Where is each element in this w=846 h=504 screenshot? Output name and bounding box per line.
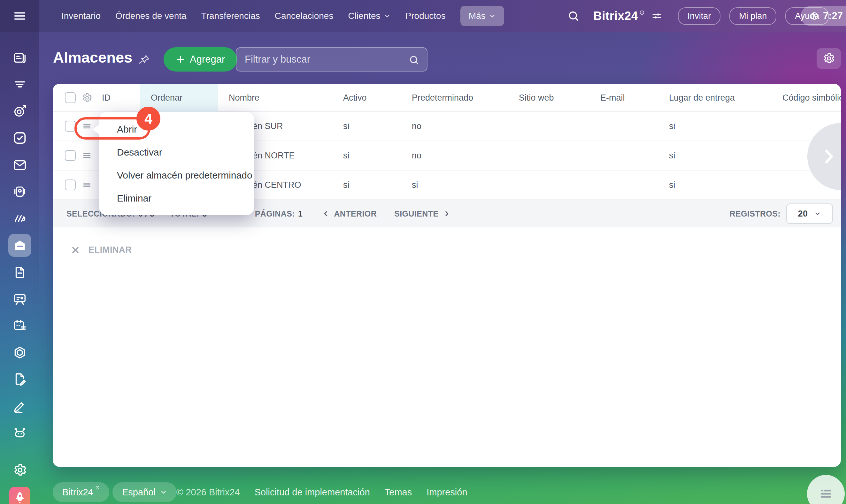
signature-pen-icon bbox=[13, 399, 27, 414]
pin-icon[interactable] bbox=[138, 53, 151, 67]
records-per-page: REGISTROS: 20 bbox=[730, 203, 833, 224]
column-header-lugar-de-entrega[interactable]: Lugar de entrega bbox=[658, 93, 772, 103]
footer-link-temas[interactable]: Temas bbox=[385, 487, 412, 498]
column-header-e-mail[interactable]: E-mail bbox=[590, 93, 658, 103]
records-per-page-select[interactable]: 20 bbox=[786, 203, 833, 224]
copyright-text: © 2026 Bitrix24 bbox=[176, 487, 240, 498]
sidebar-item-sign-document[interactable] bbox=[0, 367, 39, 391]
nav-item-label: Más bbox=[469, 11, 486, 21]
page-settings-button[interactable] bbox=[816, 48, 841, 69]
row-menu-icon[interactable] bbox=[82, 180, 92, 190]
sidebar-item-booking-calendar[interactable] bbox=[0, 314, 39, 337]
sidebar-item-tasks[interactable] bbox=[0, 126, 39, 149]
sidebar-item-document[interactable] bbox=[0, 261, 39, 284]
nav-item-label: Transferencias bbox=[201, 11, 260, 21]
footer-link-solicitud-de-implementacion[interactable]: Solicitud de implementación bbox=[255, 487, 370, 498]
nav-item-cancelaciones[interactable]: Cancelaciones bbox=[275, 11, 334, 21]
row-checkbox[interactable] bbox=[65, 121, 76, 131]
hamburger-menu-icon bbox=[13, 8, 27, 23]
clock-widget[interactable]: 7:27 PM bbox=[800, 6, 846, 26]
invitar-button[interactable]: Invitar bbox=[678, 7, 721, 25]
menu-item-desactivar[interactable]: Desactivar bbox=[99, 141, 254, 164]
column-header-activo[interactable]: Activo bbox=[332, 93, 401, 103]
warehouse-icon bbox=[13, 238, 27, 252]
chevron-down-icon bbox=[384, 13, 391, 19]
footer-link-impresion[interactable]: Impresión bbox=[427, 487, 467, 498]
nav-item-inventario[interactable]: Inventario bbox=[61, 11, 101, 21]
nav-item-label: Productos bbox=[406, 11, 446, 21]
nav-item-label: Cancelaciones bbox=[275, 11, 334, 21]
sidebar-item-crm-funnel[interactable] bbox=[0, 73, 39, 96]
sidebar-toggle[interactable] bbox=[0, 0, 39, 32]
column-header-codigo-simbolico[interactable]: Código simbólico bbox=[772, 93, 841, 103]
column-header-nombre[interactable]: Nombre bbox=[218, 93, 332, 103]
nav-item-ordenes-de-venta[interactable]: Órdenes de venta bbox=[115, 11, 186, 21]
select-all-checkbox[interactable] bbox=[65, 92, 76, 103]
next-page-button[interactable]: SIGUIENTE bbox=[394, 209, 450, 218]
sign-document-icon bbox=[13, 372, 27, 386]
nav-item-transferencias[interactable]: Transferencias bbox=[201, 11, 260, 21]
nav-item-productos[interactable]: Productos bbox=[406, 11, 446, 21]
column-header-sitio-web[interactable]: Sitio web bbox=[508, 93, 590, 103]
nav-item-clientes[interactable]: Clientes bbox=[348, 11, 391, 21]
sidebar-item-video-meeting[interactable] bbox=[0, 180, 39, 203]
bi-hexagon-icon bbox=[13, 345, 27, 360]
language-selector[interactable]: Español bbox=[112, 482, 177, 502]
chevron-down-icon bbox=[814, 210, 821, 217]
crm-funnel-icon bbox=[13, 77, 27, 92]
sidebar-item-bi-hexagon[interactable] bbox=[0, 341, 39, 364]
footer-links: © 2026 Bitrix24 Solicitud de implementac… bbox=[176, 482, 467, 502]
document-icon bbox=[13, 265, 27, 280]
cell-activo: si bbox=[332, 180, 401, 190]
menu-item-eliminar[interactable]: Eliminar bbox=[99, 187, 254, 210]
header-controls-cell: ID bbox=[53, 84, 140, 112]
filter-search-input[interactable] bbox=[236, 48, 427, 71]
delete-selected-button[interactable]: ELIMINAR bbox=[71, 245, 132, 255]
prev-page-button[interactable]: ANTERIOR bbox=[322, 209, 377, 218]
nav-item-label: Órdenes de venta bbox=[115, 11, 186, 21]
search-icon[interactable] bbox=[567, 10, 580, 22]
nav-item-label: Inventario bbox=[61, 11, 101, 21]
bitrix24-logo: Bitrix24 bbox=[593, 9, 645, 23]
cell-lugar-de-entrega: si bbox=[658, 180, 772, 190]
sidebar-item-warehouse[interactable] bbox=[0, 234, 39, 257]
footer-brand-pill[interactable]: Bitrix24 bbox=[53, 482, 109, 502]
chevron-right-icon bbox=[443, 210, 450, 217]
add-warehouse-button[interactable]: Agregar bbox=[164, 47, 237, 72]
next-label: SIGUIENTE bbox=[394, 209, 438, 218]
columns-settings-icon[interactable] bbox=[82, 92, 92, 103]
cell-lugar-de-entrega: si bbox=[658, 151, 772, 161]
column-header-id[interactable]: ID bbox=[102, 93, 110, 103]
row-menu-icon[interactable] bbox=[82, 150, 92, 161]
top-bar: InventarioÓrdenes de ventaTransferencias… bbox=[0, 0, 846, 32]
current-time: 7:27 PM bbox=[823, 10, 846, 22]
page-title: Almacenes bbox=[53, 49, 132, 66]
sidebar-item-marketing-target[interactable] bbox=[0, 100, 39, 123]
pages-value: 1 bbox=[298, 209, 303, 218]
whiteboard-icon bbox=[13, 292, 27, 307]
add-button-label: Agregar bbox=[190, 54, 225, 65]
topbar-right-cluster: Bitrix24 InvitarMi planAyuda bbox=[567, 0, 829, 32]
mail-icon bbox=[13, 158, 27, 173]
cell-activo: si bbox=[332, 151, 401, 161]
search-icon[interactable] bbox=[408, 54, 420, 66]
clock-icon bbox=[95, 485, 100, 490]
menu-item-volver-almacen-predeterminado[interactable]: Volver almacén predeterminado bbox=[99, 164, 254, 187]
row-checkbox[interactable] bbox=[65, 180, 76, 190]
row-checkbox[interactable] bbox=[65, 150, 76, 161]
column-header-predeterminado[interactable]: Predeterminado bbox=[401, 93, 508, 103]
mi-plan-button[interactable]: Mi plan bbox=[730, 7, 776, 25]
sidebar-item-whiteboard[interactable] bbox=[0, 288, 39, 311]
prev-label: ANTERIOR bbox=[334, 209, 377, 218]
pages-label: PÁGINAS: bbox=[255, 209, 295, 218]
sidebar-item-ai-robot[interactable] bbox=[0, 421, 39, 445]
sidebar-item-feed[interactable] bbox=[0, 47, 39, 70]
sliders-icon[interactable] bbox=[651, 10, 663, 22]
sidebar-item-sites[interactable] bbox=[0, 207, 39, 230]
left-sidebar bbox=[0, 32, 39, 504]
sidebar-item-mail[interactable] bbox=[0, 154, 39, 177]
booking-calendar-icon bbox=[13, 319, 27, 333]
sidebar-item-signature-pen[interactable] bbox=[0, 395, 39, 418]
tasks-icon bbox=[13, 131, 27, 145]
nav-item-mas[interactable]: Más bbox=[461, 6, 504, 26]
